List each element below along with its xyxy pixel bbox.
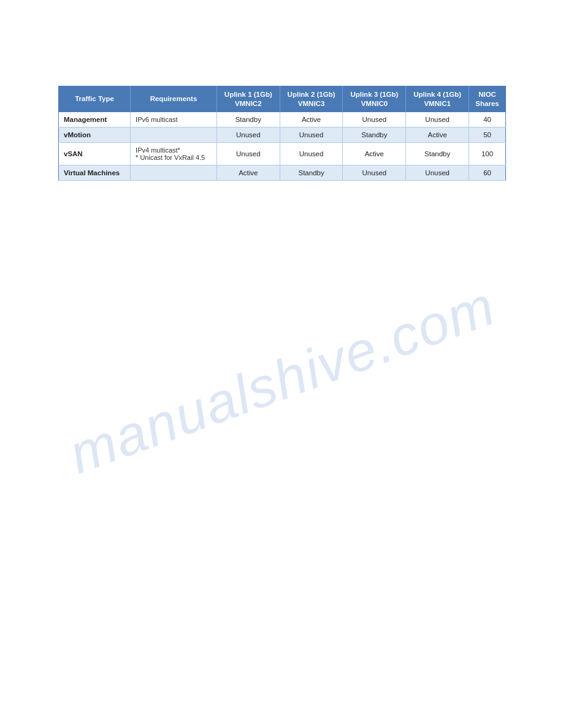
cell-nioc: 60 [469,165,506,180]
cell-nioc: 100 [469,142,506,165]
table-wrapper: Traffic Type Requirements Uplink 1 (1Gb)… [58,86,506,181]
cell-uplink1: Standby [216,112,280,127]
cell-uplink2: Active [280,112,343,127]
cell-requirements: IPv4 multicast* * Unicast for VxRail 4.5 [131,142,217,165]
header-uplink2: Uplink 2 (1Gb) VMNIC3 [280,86,343,112]
table-row: Management IPv6 multicast Standby Active… [59,112,506,127]
cell-uplink4: Unused [406,112,469,127]
cell-requirements: IPv6 multicast [131,112,217,127]
header-uplink3: Uplink 3 (1Gb) VMNIC0 [343,86,406,112]
cell-uplink1: Unused [216,142,280,165]
cell-requirements [131,127,217,142]
cell-uplink2: Standby [280,165,343,180]
cell-uplink1: Active [216,165,280,180]
cell-uplink2: Unused [280,142,343,165]
header-nioc: NIOC Shares [469,86,506,112]
cell-traffic-type: vMotion [59,127,131,142]
watermark: manualshive.com [45,154,519,606]
cell-uplink4: Unused [406,165,469,180]
cell-uplink1: Unused [216,127,280,142]
cell-uplink4: Active [406,127,469,142]
header-uplink4: Uplink 4 (1Gb) VMNIC1 [406,86,469,112]
table-header-row: Traffic Type Requirements Uplink 1 (1Gb)… [59,86,506,112]
cell-uplink2: Unused [280,127,343,142]
table-row: vMotion Unused Unused Standby Active 50 [59,127,506,142]
header-requirements: Requirements [131,86,217,112]
cell-uplink3: Active [343,142,406,165]
cell-requirements [131,165,217,180]
page-container: Traffic Type Requirements Uplink 1 (1Gb)… [0,0,563,728]
cell-nioc: 40 [469,112,506,127]
cell-uplink3: Unused [343,112,406,127]
cell-traffic-type: vSAN [59,142,131,165]
cell-uplink3: Unused [343,165,406,180]
table-row: Virtual Machines Active Standby Unused U… [59,165,506,180]
cell-uplink4: Standby [406,142,469,165]
table-row: vSAN IPv4 multicast* * Unicast for VxRai… [59,142,506,165]
header-traffic-type: Traffic Type [59,86,131,112]
header-uplink1: Uplink 1 (1Gb) VMNIC2 [216,86,280,112]
traffic-type-table: Traffic Type Requirements Uplink 1 (1Gb)… [58,86,506,181]
cell-uplink3: Standby [343,127,406,142]
cell-traffic-type: Virtual Machines [59,165,131,180]
cell-nioc: 50 [469,127,506,142]
cell-traffic-type: Management [59,112,131,127]
watermark-text: manualshive.com [61,274,503,487]
